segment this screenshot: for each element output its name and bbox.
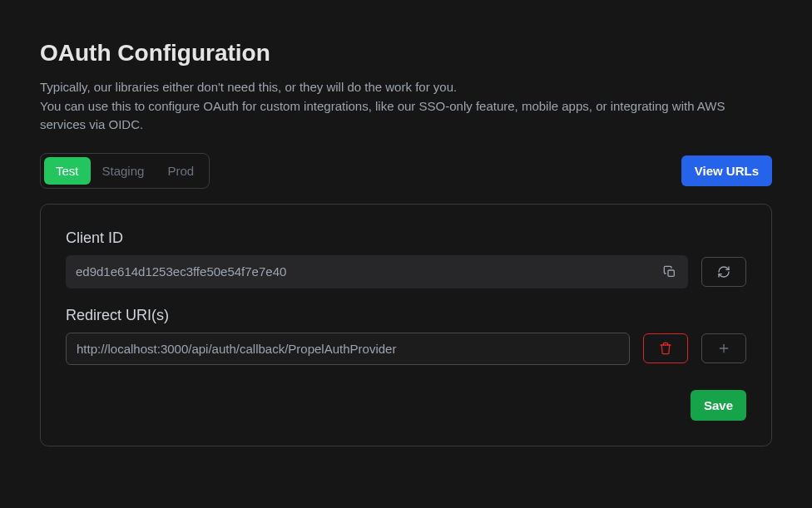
tab-test[interactable]: Test bbox=[44, 157, 91, 185]
delete-redirect-uri-button[interactable] bbox=[643, 333, 688, 363]
svg-rect-0 bbox=[668, 270, 674, 276]
refresh-icon bbox=[717, 265, 730, 279]
client-id-label: Client ID bbox=[66, 229, 746, 247]
tab-prod[interactable]: Prod bbox=[156, 157, 205, 185]
redirect-uri-label: Redirect URI(s) bbox=[66, 307, 746, 324]
add-redirect-uri-button[interactable] bbox=[701, 333, 746, 363]
plus-icon bbox=[717, 342, 730, 355]
page-description-1: Typically, our libraries either don't ne… bbox=[40, 78, 772, 97]
tab-staging[interactable]: Staging bbox=[91, 157, 156, 185]
page-description-2: You can use this to configure OAuth for … bbox=[40, 97, 772, 135]
save-row: Save bbox=[66, 390, 746, 421]
save-button[interactable]: Save bbox=[691, 390, 746, 421]
client-id-value: ed9d1e614d1253ec3ffe50e54f7e7e40 bbox=[76, 264, 286, 279]
redirect-uri-row bbox=[66, 333, 746, 365]
page-title: OAuth Configuration bbox=[40, 40, 772, 67]
regenerate-client-id-button[interactable] bbox=[701, 257, 746, 287]
client-id-box: ed9d1e614d1253ec3ffe50e54f7e7e40 bbox=[66, 255, 688, 289]
view-urls-button[interactable]: View URLs bbox=[681, 155, 772, 186]
copy-client-id-button[interactable] bbox=[661, 264, 678, 280]
controls-row: Test Staging Prod View URLs bbox=[40, 153, 772, 189]
environment-tabs: Test Staging Prod bbox=[40, 153, 210, 189]
copy-icon bbox=[663, 265, 676, 279]
oauth-config-card: Client ID ed9d1e614d1253ec3ffe50e54f7e7e… bbox=[40, 204, 772, 446]
redirect-uri-input[interactable] bbox=[66, 333, 630, 365]
client-id-row: ed9d1e614d1253ec3ffe50e54f7e7e40 bbox=[66, 255, 746, 289]
trash-icon bbox=[659, 342, 672, 355]
